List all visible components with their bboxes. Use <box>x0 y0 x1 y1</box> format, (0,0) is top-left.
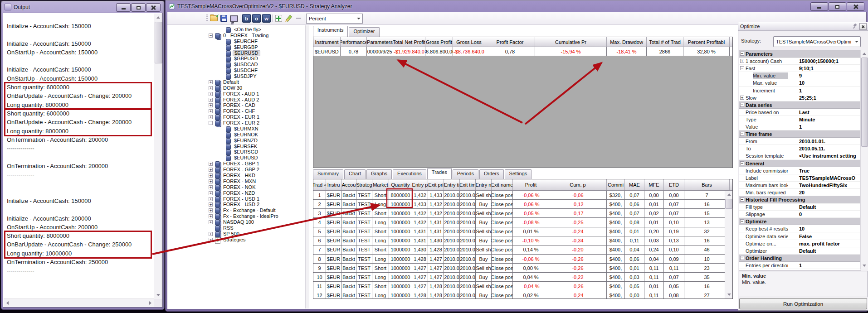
tree-item[interactable]: +FOREX - USD 2 <box>168 202 305 207</box>
column-header-parameters[interactable]: Parameters <box>367 37 393 47</box>
tree-item[interactable]: $EURNOK <box>168 132 305 138</box>
column-header-trad[interactable]: Trad <box>313 179 326 190</box>
tree-item[interactable]: +FOREX - CHF <box>168 108 305 114</box>
scroll-thumb[interactable] <box>861 58 868 147</box>
expand-minus-icon[interactable]: − <box>209 34 213 38</box>
table-row[interactable]: 6$EURBacktTESTLong10000001,4311,4302010.… <box>313 236 732 246</box>
scroll-down-button[interactable] <box>861 262 868 270</box>
property-row[interactable]: −Fast9;10;1 <box>739 65 861 72</box>
tree-item[interactable]: +FOREX - HKD <box>168 173 305 178</box>
property-row[interactable]: To2010.05.11. <box>739 145 861 152</box>
property-row[interactable]: Price based onLast <box>739 109 861 116</box>
tree-item[interactable]: +FOREX - AUD 1 <box>168 91 305 97</box>
scroll-right-button[interactable] <box>146 299 154 307</box>
expand-plus-icon[interactable]: + <box>740 96 744 100</box>
column-header-profit[interactable]: Profit <box>513 179 549 190</box>
tree-item[interactable]: −FOREX - EUR 2 <box>168 120 305 126</box>
column-header-total-net-profit[interactable]: Total Net Profit <box>393 37 425 47</box>
tree-item[interactable]: +FOREX - MXN <box>168 178 305 184</box>
column-header-instrument[interactable]: Instrument <box>313 37 341 47</box>
expand-plus-icon[interactable]: + <box>209 92 213 96</box>
tree-item[interactable]: <On the fly> <box>168 27 305 33</box>
propgrid-scrollbar[interactable] <box>860 50 868 270</box>
expand-plus-icon[interactable]: + <box>209 162 213 166</box>
close-button[interactable] <box>847 2 864 11</box>
collapse-icon[interactable]: − <box>740 161 744 165</box>
column-header-entry-n[interactable]: Entry n <box>476 179 492 190</box>
send-to-screen-button[interactable] <box>229 14 238 23</box>
column-header-profit-factor[interactable]: Profit Factor <box>485 37 535 47</box>
tab-executions[interactable]: Executions <box>393 169 426 179</box>
property-row[interactable]: Slippage0 <box>739 211 861 218</box>
resize-grip[interactable] <box>154 299 162 307</box>
expand-plus-icon[interactable]: + <box>209 238 213 242</box>
column-header-gross-loss[interactable]: Gross Loss <box>453 37 485 47</box>
expand-plus-icon[interactable]: + <box>209 109 213 113</box>
expand-plus-icon[interactable]: + <box>209 103 213 107</box>
minimize-button[interactable] <box>116 3 131 12</box>
column-header-entry-ti[interactable]: Entry ti <box>444 179 460 190</box>
column-header-commi[interactable]: Commi <box>607 179 625 190</box>
property-category[interactable]: −Parameters <box>739 50 861 58</box>
scroll-up-button[interactable] <box>154 14 162 21</box>
backtest-button[interactable]: b <box>242 14 251 23</box>
property-row[interactable]: Session template<Use instrument setting <box>739 152 861 159</box>
scroll-thumb[interactable] <box>155 22 162 63</box>
tree-item[interactable]: RSS <box>168 225 305 231</box>
table-row[interactable]: 2$EURBacktTESTLong10000001,4331,4322010.… <box>313 200 732 209</box>
walk-forward-button[interactable]: w <box>262 14 271 23</box>
expand-plus-icon[interactable]: + <box>209 168 213 172</box>
tree-item[interactable]: +DOW 30 <box>168 85 305 91</box>
expand-plus-icon[interactable]: + <box>209 208 213 212</box>
property-category[interactable]: −Time frame <box>739 130 861 138</box>
remove-button[interactable] <box>294 14 303 23</box>
expand-plus-icon[interactable]: + <box>209 179 213 183</box>
property-row[interactable]: Fill typeDefault <box>739 203 861 211</box>
tree-item[interactable]: $EURCHF <box>168 39 305 44</box>
tree-item[interactable]: $EURSEK <box>168 144 305 149</box>
column-header-exit-tim[interactable]: Exit tim <box>460 179 476 190</box>
property-row[interactable]: Max. value10 <box>739 79 861 87</box>
property-row[interactable]: +1 account) Cash150000;150000;1 <box>739 58 861 65</box>
expand-plus-icon[interactable]: + <box>209 80 213 84</box>
table-row[interactable]: $EURUSD0,78200000/9/25 (-$1.929.840,0$6.… <box>313 47 732 56</box>
tab-chart[interactable]: Chart <box>344 169 366 179</box>
column-header-cumulative-pr[interactable]: Cumulative Pr <box>535 37 607 47</box>
tree-item[interactable]: +FOREX - EUR 1 <box>168 114 305 120</box>
tree-item[interactable]: $USDJPY <box>168 73 305 79</box>
tree-item[interactable]: +FOREX - NOK <box>168 184 305 190</box>
expand-plus-icon[interactable]: + <box>740 59 744 63</box>
tree-splitter[interactable] <box>305 25 309 308</box>
tree-item[interactable]: +Fx - Exchange - IdealPro <box>168 213 305 219</box>
toolbar-grip[interactable] <box>206 14 208 22</box>
expand-plus-icon[interactable]: + <box>209 173 213 178</box>
tree-item[interactable]: $USDCHF <box>168 67 305 73</box>
collapse-icon[interactable]: − <box>740 256 744 260</box>
tab-periods[interactable]: Periods <box>453 169 478 179</box>
scroll-thumb[interactable] <box>725 199 732 209</box>
table-row[interactable]: 4$EURBacktTESTLong10000001,4321,4312010.… <box>313 218 732 227</box>
column-header-exit-pri[interactable]: Exit pri <box>428 179 444 190</box>
restore-button[interactable] <box>829 2 846 11</box>
property-row[interactable]: Min. value9 <box>739 72 861 79</box>
new-button[interactable] <box>274 14 283 23</box>
tab-instruments[interactable]: Instruments <box>313 26 348 37</box>
expand-plus-icon[interactable]: + <box>209 220 213 224</box>
column-header-accou[interactable]: Accou <box>341 179 356 190</box>
property-row[interactable]: Entries per direction1 <box>739 262 861 269</box>
save-button[interactable] <box>219 14 228 23</box>
property-row[interactable]: Optimize data seriesFalse <box>739 233 861 240</box>
expand-plus-icon[interactable]: + <box>209 86 213 90</box>
table-row[interactable]: 3$EURBacktTESTShort10000001,4321,4322010… <box>313 209 732 218</box>
collapse-icon[interactable]: − <box>740 103 744 107</box>
tree-item[interactable]: +Default <box>168 79 305 85</box>
property-row[interactable]: LabelTESTSampleMACrossO <box>739 174 861 182</box>
table-row[interactable]: 9$EURBacktTESTShort10000001,4271,4272010… <box>313 264 732 273</box>
tab-summary[interactable]: Summary <box>313 169 343 179</box>
tab-orders[interactable]: Orders <box>479 169 504 179</box>
tab-graphs[interactable]: Graphs <box>366 169 392 179</box>
property-row[interactable]: OptimizerDefault <box>739 247 861 255</box>
tab-settings[interactable]: Settings <box>505 169 532 179</box>
collapse-icon[interactable]: − <box>740 52 744 56</box>
column-header-mae[interactable]: MAE <box>625 179 644 190</box>
